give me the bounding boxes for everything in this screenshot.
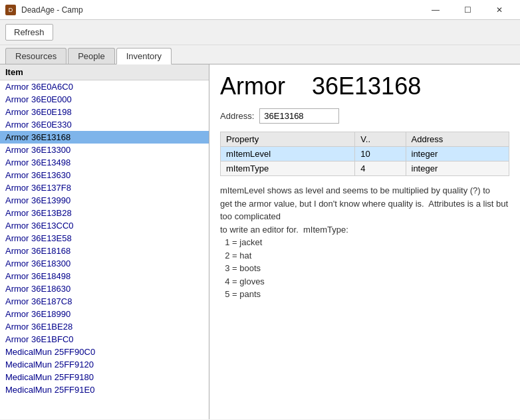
list-item[interactable]: Armor 36E13990 xyxy=(0,194,209,207)
list-item[interactable]: Armor 36E0E000 xyxy=(0,93,209,106)
list-item[interactable]: Armor 36E0A6C0 xyxy=(0,80,209,93)
table-row: mItemType4integer xyxy=(221,161,509,176)
list-item[interactable]: Armor 36E18168 xyxy=(0,245,209,257)
window-title: DeadAge - Camp xyxy=(21,5,83,15)
minimize-button[interactable]: — xyxy=(420,3,451,17)
list-item[interactable]: Armor 36E13168 xyxy=(0,131,209,144)
window-controls: — ☐ ✕ xyxy=(420,3,515,17)
tab-inventory[interactable]: Inventory xyxy=(116,48,172,64)
address-input[interactable] xyxy=(259,108,339,124)
list-item[interactable]: Armor 36E18990 xyxy=(0,308,209,320)
toolbar: Refresh xyxy=(0,20,520,45)
list-item[interactable]: Armor 36E18300 xyxy=(0,257,209,270)
right-panel: Armor 36E13168 Address: Property V.. Add… xyxy=(209,64,520,419)
title-bar: D DeadAge - Camp — ☐ ✕ xyxy=(0,0,520,20)
list-item[interactable]: MedicalMun 25FF91E0 xyxy=(0,383,209,396)
cell-value: 4 xyxy=(355,161,406,176)
cell-address: integer xyxy=(406,161,509,176)
description-text: mItemLevel shows as level and seems to b… xyxy=(220,184,509,301)
main-content: Item Armor 36E0A6C0Armor 36E0E000Armor 3… xyxy=(0,64,520,419)
item-type: Armor xyxy=(220,72,285,100)
item-title: Armor 36E13168 xyxy=(220,72,509,100)
list-item[interactable]: Armor 36E137F8 xyxy=(0,181,209,194)
cell-property: mItemType xyxy=(221,161,355,176)
list-item[interactable]: MedicalMun 25FF9120 xyxy=(0,358,209,371)
title-bar-left: D DeadAge - Camp xyxy=(5,5,83,15)
left-panel: Item Armor 36E0A6C0Armor 36E0E000Armor 3… xyxy=(0,64,209,419)
table-row: mItemLevel10integer xyxy=(221,147,509,161)
tab-resources[interactable]: Resources xyxy=(5,48,66,64)
list-item[interactable]: Armor 36E1BFC0 xyxy=(0,333,209,346)
list-item[interactable]: Armor 36E13300 xyxy=(0,144,209,156)
cell-address: integer xyxy=(406,147,509,161)
list-item[interactable]: Armor 36E0E330 xyxy=(0,118,209,131)
list-item[interactable]: Armor 36E1BE28 xyxy=(0,320,209,333)
item-list[interactable]: Armor 36E0A6C0Armor 36E0E000Armor 36E0E1… xyxy=(0,80,209,419)
list-item[interactable]: Armor 36E18630 xyxy=(0,282,209,295)
list-item[interactable]: Armor 36E13630 xyxy=(0,169,209,181)
list-item[interactable]: MedicalMun 25FF90C0 xyxy=(0,346,209,358)
address-row: Address: xyxy=(220,108,509,124)
cell-value: 10 xyxy=(355,147,406,161)
item-id: 36E13168 xyxy=(312,72,421,100)
list-item[interactable]: Armor 36E13CC0 xyxy=(0,219,209,232)
close-button[interactable]: ✕ xyxy=(484,3,515,17)
tab-bar: Resources People Inventory xyxy=(0,45,520,64)
list-item[interactable]: MedicalMun 25FF9180 xyxy=(0,371,209,383)
properties-table: Property V.. Address mItemLevel10integer… xyxy=(220,132,509,176)
tab-people[interactable]: People xyxy=(68,48,114,64)
col-value: V.. xyxy=(355,132,406,147)
list-item[interactable]: Armor 36E187C8 xyxy=(0,295,209,308)
list-item[interactable]: Armor 36E13E58 xyxy=(0,232,209,245)
col-property: Property xyxy=(221,132,355,147)
list-item[interactable]: Armor 36E13498 xyxy=(0,156,209,169)
col-address: Address xyxy=(406,132,509,147)
list-item[interactable]: Armor 36E18498 xyxy=(0,270,209,282)
app-icon: D xyxy=(5,5,16,15)
list-item[interactable]: Armor 36E0E198 xyxy=(0,106,209,118)
cell-property: mItemLevel xyxy=(221,147,355,161)
list-item[interactable]: Armor 36E13B28 xyxy=(0,207,209,219)
maximize-button[interactable]: ☐ xyxy=(452,3,483,17)
list-header: Item xyxy=(0,64,209,80)
refresh-button[interactable]: Refresh xyxy=(5,24,53,41)
address-label: Address: xyxy=(220,111,254,121)
